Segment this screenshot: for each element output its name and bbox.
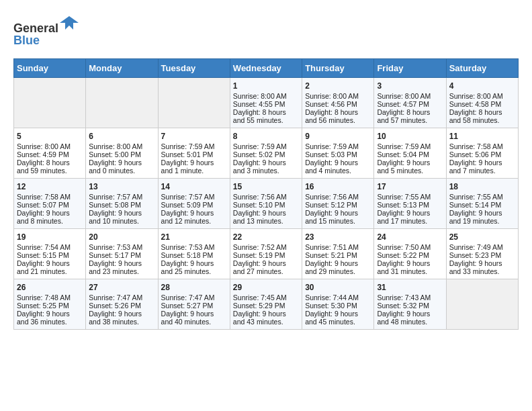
cell-info-line: Daylight: 9 hours [305,209,371,217]
cell-info-line: Daylight: 9 hours [305,259,371,267]
cell-info-line: Sunset: 5:22 PM [377,251,443,259]
calendar-header: SundayMondayTuesdayWednesdayThursdayFrid… [14,59,519,78]
cell-info-line: and 10 minutes. [89,217,154,225]
calendar-cell: 7Sunrise: 7:59 AMSunset: 5:01 PMDaylight… [158,128,230,179]
cell-info-line: Sunrise: 7:59 AM [161,142,227,150]
cell-info-line: Sunset: 5:18 PM [161,251,227,259]
cell-info-line: and 5 minutes. [377,167,443,175]
cell-info-line: and 19 minutes. [449,217,515,225]
day-number: 17 [377,182,443,191]
cell-info-line: and 36 minutes. [17,318,83,326]
cell-info-line: Sunset: 5:23 PM [449,251,515,259]
cell-info-line: Daylight: 8 hours [449,108,515,116]
header: General Blue [13,13,519,48]
day-number: 22 [233,232,299,242]
weekday-header-wednesday: Wednesday [230,59,302,78]
calendar-cell: 5Sunrise: 8:00 AMSunset: 4:59 PMDaylight… [14,128,86,179]
day-number: 1 [233,81,299,91]
calendar-cell: 21Sunrise: 7:53 AMSunset: 5:18 PMDayligh… [158,229,230,279]
cell-info-line: Daylight: 9 hours [305,158,371,167]
cell-info-line: Daylight: 9 hours [377,259,443,267]
day-number: 9 [305,132,371,141]
cell-info-line: Sunrise: 7:56 AM [305,193,371,201]
cell-info-line: Sunset: 5:00 PM [89,150,154,158]
weekday-header-friday: Friday [374,59,446,78]
cell-info-line: Daylight: 9 hours [89,259,154,267]
cell-info-line: Daylight: 9 hours [89,209,154,217]
cell-info-line: Daylight: 9 hours [17,310,83,318]
cell-info-line: Daylight: 9 hours [233,209,299,217]
cell-info-line: and 0 minutes. [89,167,154,175]
day-number: 5 [17,132,83,141]
day-number: 26 [17,283,83,292]
cell-info-line: Daylight: 8 hours [233,108,299,116]
calendar-cell: 19Sunrise: 7:54 AMSunset: 5:15 PMDayligh… [14,229,86,279]
cell-info-line: and 33 minutes. [449,267,515,275]
cell-info-line: Sunset: 5:02 PM [233,150,299,158]
cell-info-line: Sunrise: 8:00 AM [17,142,83,150]
cell-info-line: Sunset: 5:25 PM [17,302,83,310]
cell-info-line: Sunset: 5:27 PM [161,302,227,310]
day-number: 25 [449,232,515,242]
calendar-cell: 25Sunrise: 7:49 AMSunset: 5:23 PMDayligh… [446,229,518,279]
cell-info-line: Sunset: 5:08 PM [89,201,154,209]
cell-info-line: Daylight: 9 hours [17,209,83,217]
weekday-header-saturday: Saturday [446,59,518,78]
cell-info-line: Sunrise: 7:45 AM [233,293,299,302]
day-number: 19 [17,232,83,242]
day-number: 6 [89,132,154,141]
day-number: 29 [233,283,299,292]
calendar-cell: 15Sunrise: 7:56 AMSunset: 5:10 PMDayligh… [230,179,302,229]
calendar-cell: 10Sunrise: 7:59 AMSunset: 5:04 PMDayligh… [374,128,446,179]
cell-info-line: Sunrise: 7:59 AM [233,142,299,150]
day-number: 8 [233,132,299,141]
cell-info-line: Daylight: 8 hours [305,108,371,116]
calendar-cell: 13Sunrise: 7:57 AMSunset: 5:08 PMDayligh… [86,179,158,229]
cell-info-line: Sunset: 5:17 PM [89,251,154,259]
cell-info-line: and 23 minutes. [89,267,154,275]
cell-info-line: and 13 minutes. [233,217,299,225]
day-number: 24 [377,232,443,242]
calendar-cell: 14Sunrise: 7:57 AMSunset: 5:09 PMDayligh… [158,179,230,229]
cell-info-line: Sunrise: 7:48 AM [17,293,83,302]
day-number: 3 [377,81,443,91]
cell-info-line: Sunset: 5:01 PM [161,150,227,158]
cell-info-line: and 27 minutes. [233,267,299,275]
cell-info-line: Sunset: 5:30 PM [305,302,371,310]
cell-info-line: Daylight: 9 hours [449,259,515,267]
cell-info-line: Sunset: 4:59 PM [17,150,83,158]
calendar-cell: 8Sunrise: 7:59 AMSunset: 5:02 PMDaylight… [230,128,302,179]
cell-info-line: Sunrise: 7:50 AM [377,243,443,251]
cell-info-line: Sunrise: 7:55 AM [449,193,515,201]
cell-info-line: Sunrise: 7:57 AM [161,193,227,201]
cell-info-line: Daylight: 9 hours [377,158,443,167]
cell-info-line: Sunrise: 8:00 AM [449,92,515,100]
week-row-3: 12Sunrise: 7:58 AMSunset: 5:07 PMDayligh… [14,179,519,229]
weekday-header-sunday: Sunday [14,59,86,78]
calendar-cell: 1Sunrise: 8:00 AMSunset: 4:55 PMDaylight… [230,78,302,128]
cell-info-line: Sunset: 5:06 PM [449,150,515,158]
calendar-cell: 28Sunrise: 7:47 AMSunset: 5:27 PMDayligh… [158,279,230,330]
day-number: 14 [161,182,227,191]
cell-info-line: and 48 minutes. [377,318,443,326]
day-number: 15 [233,182,299,191]
day-number: 11 [449,132,515,141]
calendar-page: General Blue SundayMondayTuesdayWednesda… [0,0,532,336]
week-row-2: 5Sunrise: 8:00 AMSunset: 4:59 PMDaylight… [14,128,519,179]
cell-info-line: and 31 minutes. [377,267,443,275]
calendar-cell: 18Sunrise: 7:55 AMSunset: 5:14 PMDayligh… [446,179,518,229]
cell-info-line: and 7 minutes. [449,167,515,175]
cell-info-line: Sunset: 5:10 PM [233,201,299,209]
day-number: 4 [449,81,515,91]
day-number: 20 [89,232,154,242]
cell-info-line: Daylight: 9 hours [89,158,154,167]
day-number: 7 [161,132,227,141]
cell-info-line: Daylight: 9 hours [161,259,227,267]
cell-info-line: Daylight: 8 hours [377,108,443,116]
cell-info-line: Sunrise: 8:00 AM [89,142,154,150]
cell-info-line: Daylight: 9 hours [377,209,443,217]
cell-info-line: Sunrise: 7:53 AM [89,243,154,251]
cell-info-line: Sunset: 5:26 PM [89,302,154,310]
cell-info-line: Sunset: 4:58 PM [449,100,515,108]
logo-blue: Blue [13,34,40,47]
